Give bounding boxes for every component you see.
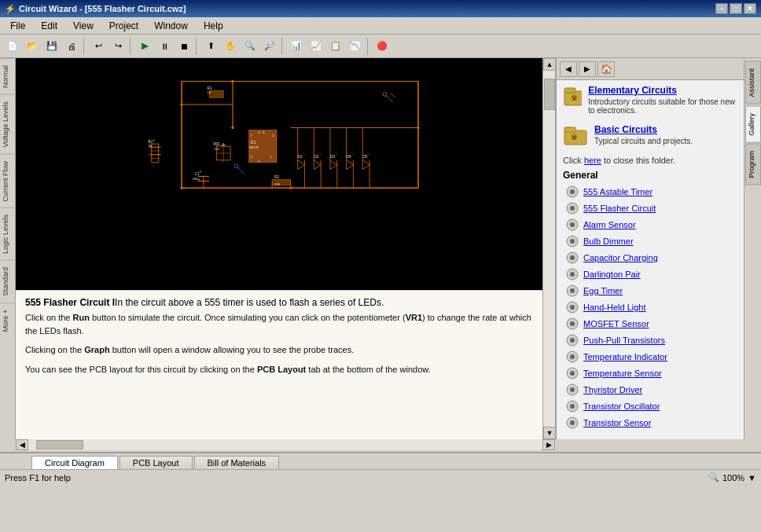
- app-icon: ⚡: [5, 4, 16, 14]
- scroll-up-button[interactable]: ▲: [543, 58, 556, 71]
- tab-pcb-layout[interactable]: PCB Layout: [119, 456, 193, 469]
- svg-text:VR1: VR1: [213, 142, 221, 146]
- print-button[interactable]: 🖨: [62, 37, 81, 56]
- redo-button[interactable]: ↪: [108, 37, 127, 56]
- label-voltage[interactable]: Voltage Levels: [0, 94, 16, 154]
- title-bar-left: ⚡ Circuit Wizard - [555 Flasher Circuit.…: [5, 4, 186, 14]
- main-layout: Normal Voltage Levels Current Flow Logic…: [0, 58, 761, 439]
- nav-forward-button[interactable]: ▶: [579, 61, 596, 77]
- svg-text:220: 220: [274, 182, 281, 186]
- circuit-item-link[interactable]: Alarm Sensor: [583, 220, 636, 229]
- run-button[interactable]: ▶: [135, 37, 154, 56]
- circuit-item-link[interactable]: Bulb Dimmer: [583, 237, 634, 246]
- scroll-left-button[interactable]: ◀: [16, 439, 28, 450]
- svg-text:+: +: [200, 170, 202, 174]
- circuit-list-item[interactable]: Darlington Pair: [563, 266, 737, 282]
- circuit-list-item[interactable]: 555 Astable Timer: [563, 184, 737, 200]
- circuit-list-item[interactable]: Capacitor Charging: [563, 250, 737, 266]
- export-button[interactable]: 📋: [326, 37, 345, 56]
- extra-button[interactable]: 📉: [346, 37, 365, 56]
- tab-bill-of-materials[interactable]: Bill of Materials: [194, 456, 280, 469]
- menu-view[interactable]: View: [66, 18, 101, 34]
- circuit-item-link[interactable]: Push-Pull Transistors: [583, 336, 665, 345]
- circuit-item-link[interactable]: Thyristor Driver: [583, 385, 642, 394]
- chart-button[interactable]: 📈: [307, 37, 325, 56]
- close-button[interactable]: ✕: [744, 3, 756, 14]
- circuit-list-item[interactable]: Temperature Indicator: [563, 349, 737, 365]
- svg-point-75: [180, 186, 183, 189]
- status-bar: Press F1 for help 🔍 100% ▼: [0, 469, 761, 485]
- tab-circuit-diagram[interactable]: Circuit Diagram: [31, 456, 118, 469]
- minimize-button[interactable]: –: [715, 3, 728, 14]
- circuit-item-link[interactable]: Temperature Indicator: [583, 352, 667, 361]
- circuit-list-item[interactable]: Hand-Held Light: [563, 299, 737, 315]
- circuit-list-item[interactable]: Thyristor Driver: [563, 382, 737, 398]
- basic-circuits-folder: ※ Basic Circuits Typical circuits and pr…: [563, 124, 737, 146]
- svg-point-124: [570, 371, 575, 376]
- svg-point-102: [570, 189, 575, 194]
- tab-program[interactable]: Program: [745, 144, 761, 185]
- circuit-item-link[interactable]: Egg Timer: [583, 286, 623, 295]
- label-normal[interactable]: Normal: [0, 58, 16, 94]
- circuit-item-link[interactable]: Hand-Held Light: [583, 303, 646, 312]
- circuit-item-link[interactable]: Capacitor Charging: [583, 253, 658, 262]
- pan-tool[interactable]: ✋: [221, 37, 240, 56]
- scroll-right-button[interactable]: ▶: [542, 439, 555, 450]
- open-button[interactable]: 📂: [23, 37, 42, 56]
- circuit-item-link[interactable]: MOSFET Sensor: [583, 319, 649, 328]
- circuit-list-item[interactable]: Push-Pull Transistors: [563, 332, 737, 348]
- tab-gallery[interactable]: Gallery: [745, 106, 761, 143]
- basic-circuits-title[interactable]: Basic Circuits: [594, 124, 693, 135]
- nav-home-button[interactable]: 🏠: [597, 61, 615, 77]
- zoom-dropdown-icon[interactable]: ▼: [748, 473, 756, 482]
- stop-button[interactable]: ⏹: [175, 37, 193, 56]
- new-button[interactable]: 📄: [3, 37, 22, 56]
- circuit-item-link[interactable]: 555 Astable Timer: [583, 187, 653, 196]
- circuit-list-item[interactable]: Transistor Sensor: [563, 415, 737, 431]
- h-scroll-track[interactable]: [28, 439, 542, 450]
- circuit-list-item[interactable]: Egg Timer: [563, 283, 737, 299]
- menu-window[interactable]: Window: [147, 18, 195, 34]
- circuit-item-link[interactable]: Transistor Sensor: [583, 418, 651, 427]
- right-panel-scroll[interactable]: ※ Elementary Circuits Introductory circu…: [557, 80, 744, 439]
- desc-para-4: You can see the PCB layout for this circ…: [25, 363, 533, 376]
- label-current[interactable]: Current Flow: [0, 154, 16, 208]
- menu-help[interactable]: Help: [197, 18, 230, 34]
- circuit-canvas[interactable]: R1 1k IC1 NE555 8 4 7 3 2 1 5 VR1 11k: [16, 58, 542, 439]
- circuit-list-item[interactable]: MOSFET Sensor: [563, 316, 737, 332]
- undo-button[interactable]: ↩: [89, 37, 108, 56]
- label-logic[interactable]: Logic Levels: [0, 207, 16, 260]
- circuit-item-link[interactable]: Temperature Sensor: [583, 369, 662, 378]
- circuit-list-item[interactable]: Bulb Dimmer: [563, 233, 737, 249]
- menu-project[interactable]: Project: [102, 18, 145, 34]
- save-button[interactable]: 💾: [42, 37, 61, 56]
- scroll-thumb[interactable]: [544, 79, 555, 110]
- zoom-out-tool[interactable]: 🔎: [260, 37, 279, 56]
- nav-back-button[interactable]: ◀: [560, 61, 577, 77]
- circuit-list-item[interactable]: 555 Flasher Circuit: [563, 200, 737, 216]
- pause-button[interactable]: ⏸: [155, 37, 174, 56]
- circuit-list-item[interactable]: Transistor Oscillator: [563, 398, 737, 414]
- circuit-item-link[interactable]: Transistor Oscillator: [583, 402, 660, 411]
- label-more[interactable]: More +: [0, 303, 16, 338]
- circuit-list-item[interactable]: Temperature Sensor: [563, 365, 737, 381]
- vertical-scrollbar[interactable]: ▲ ▼: [542, 58, 555, 439]
- zoom-in-tool[interactable]: 🔍: [241, 37, 259, 56]
- scroll-down-button[interactable]: ▼: [543, 427, 556, 439]
- circuit-item-link[interactable]: Darlington Pair: [583, 270, 641, 279]
- maximize-button[interactable]: □: [730, 3, 742, 14]
- menu-file[interactable]: File: [3, 18, 32, 34]
- h-scroll-thumb[interactable]: [36, 440, 83, 449]
- graph-button[interactable]: 📊: [287, 37, 306, 56]
- tab-assistant[interactable]: Assistant: [745, 61, 761, 105]
- close-folder-link[interactable]: here: [584, 156, 601, 165]
- select-tool[interactable]: ⬆: [201, 37, 220, 56]
- circuit-item-icon: [566, 185, 579, 198]
- elementary-circuits-title[interactable]: Elementary Circuits: [588, 85, 737, 96]
- scroll-track[interactable]: [543, 71, 555, 427]
- circuit-list-item[interactable]: Alarm Sensor: [563, 217, 737, 233]
- label-standard[interactable]: Standard: [0, 260, 16, 303]
- circuit-item-link[interactable]: 555 Flasher Circuit: [583, 204, 656, 213]
- component-button[interactable]: 🔴: [373, 37, 392, 56]
- menu-edit[interactable]: Edit: [34, 18, 64, 34]
